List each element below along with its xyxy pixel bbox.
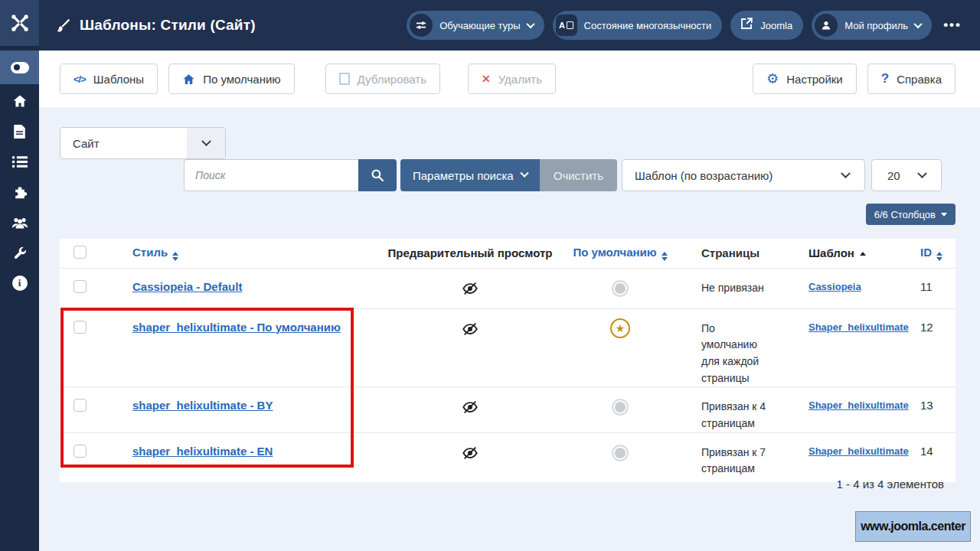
templates-button[interactable]: </> Шаблоны bbox=[60, 64, 158, 94]
pages-cell: Привязан к 7 страницам bbox=[681, 432, 790, 482]
sort-select[interactable]: Шаблон (по возрастанию) bbox=[622, 159, 865, 191]
profile-menu-button[interactable]: Мой профиль bbox=[812, 11, 932, 40]
search-button[interactable] bbox=[358, 159, 397, 191]
page-title: Шаблоны: Стили (Сайт) bbox=[80, 17, 256, 34]
sort-icon bbox=[936, 252, 942, 261]
sidebar-toggle-button[interactable] bbox=[0, 51, 39, 84]
row-checkbox[interactable] bbox=[74, 445, 87, 458]
toolbar: </> Шаблоны По умолчанию Дублировать ✕ У… bbox=[39, 51, 980, 107]
client-select[interactable]: Сайт bbox=[60, 127, 226, 159]
multilingual-status-button[interactable]: A Состояние многоязычности bbox=[553, 11, 723, 40]
code-icon: </> bbox=[74, 73, 86, 85]
table-row: shaper_helixultimate - По умолчанию ★ По… bbox=[60, 308, 956, 387]
puzzle-icon bbox=[12, 184, 28, 200]
sort-asc-icon bbox=[860, 252, 866, 256]
template-link[interactable]: Shaper_helixultimate bbox=[808, 321, 909, 333]
duplicate-button-label: Дублировать bbox=[358, 73, 426, 86]
sidebar-item-menus[interactable] bbox=[0, 146, 39, 177]
preview-disabled-icon[interactable] bbox=[462, 406, 479, 418]
id-cell: 13 bbox=[906, 387, 956, 432]
sort-select-value: Шаблон (по возрастанию) bbox=[622, 169, 826, 182]
delete-button[interactable]: ✕ Удалить bbox=[468, 64, 556, 94]
filters: Сайт Параметры поиска Очистить Шаблон (п… bbox=[60, 127, 956, 159]
sort-by-template[interactable]: Шаблон bbox=[790, 239, 906, 268]
sort-by-style[interactable]: Стиль bbox=[132, 246, 178, 259]
joomla-logo[interactable] bbox=[0, 0, 39, 46]
style-link[interactable]: shaper_helixultimate - BY bbox=[132, 399, 273, 412]
search-options-button[interactable]: Параметры поиска bbox=[400, 159, 540, 191]
table-row: shaper_helixultimate - EN Привязан к 7 с… bbox=[60, 432, 956, 482]
default-button-label: По умолчанию bbox=[203, 73, 280, 86]
columns-button-label: 6/6 Столбцов bbox=[874, 209, 936, 220]
set-default-toggle[interactable] bbox=[612, 280, 629, 297]
sort-by-id[interactable]: ID bbox=[920, 246, 942, 259]
clear-button[interactable]: Очистить bbox=[540, 159, 617, 191]
help-button[interactable]: ? Справка bbox=[867, 64, 956, 94]
delete-button-label: Удалить bbox=[498, 73, 542, 86]
preview-disabled-icon[interactable] bbox=[462, 287, 479, 299]
id-cell: 12 bbox=[906, 308, 956, 387]
home-icon bbox=[182, 73, 195, 86]
users-icon bbox=[11, 216, 28, 230]
multilingual-label: Состояние многоязычности bbox=[584, 20, 712, 31]
document-icon bbox=[13, 124, 26, 139]
limit-select-value: 20 bbox=[872, 169, 903, 182]
pages-cell: Не привязан bbox=[681, 268, 790, 308]
profile-label: Мой профиль bbox=[844, 20, 908, 31]
chevron-down-icon bbox=[913, 20, 922, 28]
preview-disabled-icon[interactable] bbox=[462, 452, 479, 464]
watermark: www.joomla.center bbox=[855, 511, 971, 542]
table-row: shaper_helixultimate - BY Привязан к 4 с… bbox=[60, 387, 956, 432]
templates-button-label: Шаблоны bbox=[93, 73, 144, 86]
external-link-icon bbox=[740, 17, 753, 34]
id-cell: 11 bbox=[906, 268, 956, 308]
chevron-down-icon bbox=[187, 128, 225, 158]
styles-table: Стиль Предварительный просмотр По умолча… bbox=[60, 239, 956, 482]
style-link[interactable]: shaper_helixultimate - По умолчанию bbox=[132, 321, 341, 334]
set-default-toggle[interactable] bbox=[612, 445, 629, 461]
row-checkbox[interactable] bbox=[74, 399, 87, 412]
duplicate-button[interactable]: Дублировать bbox=[325, 64, 440, 94]
template-link[interactable]: Shaper_helixultimate bbox=[808, 445, 909, 457]
template-link[interactable]: Shaper_helixultimate bbox=[808, 399, 909, 411]
template-link[interactable]: Cassiopeia bbox=[808, 281, 861, 292]
style-link[interactable]: shaper_helixultimate - EN bbox=[132, 445, 273, 458]
guided-tours-label: Обучающие туры bbox=[439, 20, 520, 31]
style-link[interactable]: Cassiopeia - Default bbox=[132, 280, 242, 293]
set-default-toggle[interactable] bbox=[612, 399, 629, 416]
copy-icon bbox=[339, 73, 350, 85]
joomla-site-button[interactable]: Joomla bbox=[730, 11, 803, 40]
limit-select[interactable]: 20 bbox=[871, 159, 942, 191]
default-star-icon[interactable]: ★ bbox=[610, 318, 630, 338]
sidebar-item-info[interactable]: i bbox=[0, 268, 39, 298]
guided-tours-button[interactable]: Обучающие туры bbox=[407, 11, 544, 40]
overflow-menu-button[interactable]: ••• bbox=[940, 18, 965, 33]
columns-button[interactable]: 6/6 Столбцов bbox=[866, 204, 956, 225]
search-input[interactable] bbox=[184, 159, 358, 191]
chevron-down-icon bbox=[520, 169, 528, 178]
question-icon: ? bbox=[881, 71, 889, 86]
table-header-row: Стиль Предварительный просмотр По умолча… bbox=[60, 239, 956, 268]
select-all-checkbox[interactable] bbox=[74, 246, 87, 259]
sidebar-item-components[interactable] bbox=[0, 177, 39, 207]
make-default-button[interactable]: По умолчанию bbox=[168, 64, 294, 94]
search-row: Параметры поиска Очистить Шаблон (по воз… bbox=[184, 159, 942, 191]
sort-by-default[interactable]: По умолчанию bbox=[573, 246, 667, 259]
info-icon: i bbox=[12, 276, 28, 291]
pages-cell: Привязан к 4 страницам bbox=[681, 387, 790, 432]
chevron-down-icon bbox=[826, 160, 864, 191]
preview-disabled-icon[interactable] bbox=[462, 328, 479, 340]
chevron-down-icon bbox=[903, 160, 941, 191]
header-preview: Предварительный просмотр bbox=[381, 239, 559, 268]
pages-cell: По умолчанию для каждой страницы bbox=[681, 308, 790, 387]
header-pages: Страницы bbox=[681, 239, 790, 268]
sidebar-item-home[interactable] bbox=[0, 86, 39, 116]
row-checkbox[interactable] bbox=[74, 280, 87, 293]
sidebar: i bbox=[0, 0, 39, 551]
options-button[interactable]: ⚙ Настройки bbox=[753, 64, 857, 94]
sidebar-item-system[interactable] bbox=[0, 238, 39, 269]
row-checkbox[interactable] bbox=[74, 321, 87, 334]
sidebar-item-content[interactable] bbox=[0, 116, 39, 147]
sidebar-item-users[interactable] bbox=[0, 207, 39, 238]
chevron-down-icon bbox=[526, 20, 534, 28]
